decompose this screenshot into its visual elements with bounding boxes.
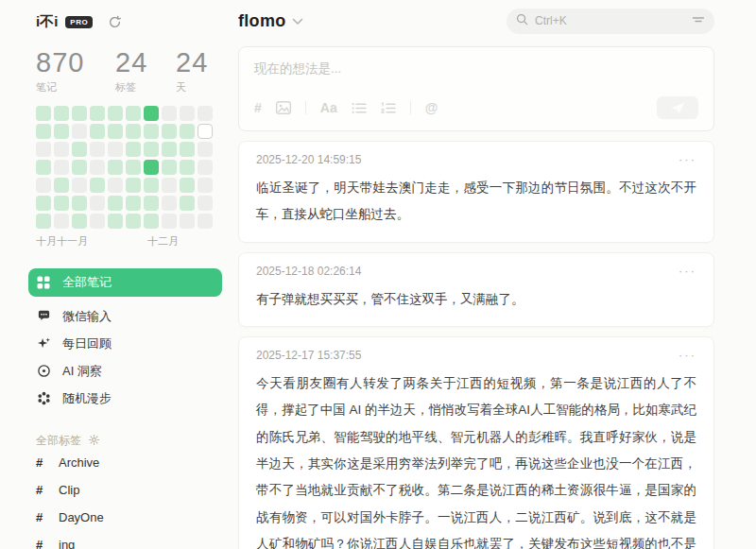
heatmap-cell[interactable]: [90, 124, 105, 139]
heatmap-cell[interactable]: [54, 178, 69, 193]
heatmap-cell[interactable]: [126, 106, 141, 121]
heatmap-cell[interactable]: [72, 142, 87, 157]
heatmap-cell[interactable]: [108, 214, 123, 229]
heatmap-cell[interactable]: [126, 160, 141, 175]
heatmap-cell[interactable]: [108, 160, 123, 175]
heatmap-cell[interactable]: [144, 160, 159, 175]
heatmap-cell[interactable]: [90, 160, 105, 175]
heatmap-cell[interactable]: [180, 106, 195, 121]
heatmap-cell[interactable]: [90, 106, 105, 121]
heatmap-cell[interactable]: [54, 142, 69, 157]
mention-tool-icon[interactable]: @: [425, 100, 438, 115]
sidebar-item-daily-review[interactable]: 每日回顾: [36, 330, 238, 357]
heatmap-cell[interactable]: [180, 124, 195, 139]
heatmap-cell[interactable]: [54, 196, 69, 211]
heatmap-cell[interactable]: [72, 178, 87, 193]
heatmap-cell[interactable]: [108, 178, 123, 193]
text-format-tool-icon[interactable]: Aa: [320, 100, 337, 115]
heatmap-cell[interactable]: [36, 142, 51, 157]
tag-item-dayone[interactable]: # DayOne: [36, 504, 238, 531]
heatmap-cell[interactable]: [144, 142, 159, 157]
heatmap-cell[interactable]: [144, 196, 159, 211]
heatmap-cell[interactable]: [72, 124, 87, 139]
heatmap-cell[interactable]: [36, 124, 51, 139]
heatmap-cell[interactable]: [198, 106, 213, 121]
heatmap-cell[interactable]: [36, 178, 51, 193]
heatmap-cell[interactable]: [126, 178, 141, 193]
heatmap-cell[interactable]: [144, 178, 159, 193]
heatmap-cell[interactable]: [54, 106, 69, 121]
heatmap-cell[interactable]: [198, 160, 213, 175]
heatmap-cell[interactable]: [162, 214, 177, 229]
heatmap-cell[interactable]: [126, 196, 141, 211]
heatmap-cell[interactable]: [108, 124, 123, 139]
heatmap-cell[interactable]: [198, 214, 213, 229]
tag-item-clip[interactable]: # Clip: [36, 476, 238, 504]
heatmap-cell[interactable]: [54, 124, 69, 139]
heatmap-cell[interactable]: [90, 142, 105, 157]
heatmap-cell[interactable]: [144, 124, 159, 139]
heatmap-cell[interactable]: [162, 142, 177, 157]
heatmap-cell[interactable]: [198, 124, 213, 139]
heatmap-cell[interactable]: [162, 196, 177, 211]
sidebar-item-ai-insight[interactable]: AI 洞察: [36, 357, 238, 385]
tag-item-ing[interactable]: # ing: [36, 531, 238, 549]
ordered-list-tool-icon[interactable]: [381, 102, 396, 114]
filter-icon[interactable]: [692, 12, 705, 29]
username[interactable]: i不i: [36, 13, 58, 31]
search-input[interactable]: [535, 14, 685, 27]
heatmap-cell[interactable]: [108, 196, 123, 211]
sidebar-item-wechat-input[interactable]: 微信输入: [36, 302, 238, 330]
heatmap-cell[interactable]: [180, 214, 195, 229]
bulleted-list-tool-icon[interactable]: [352, 102, 367, 114]
heatmap-cell[interactable]: [144, 214, 159, 229]
heatmap-cell[interactable]: [108, 142, 123, 157]
heatmap-cell[interactable]: [198, 142, 213, 157]
heatmap-cell[interactable]: [162, 106, 177, 121]
heatmap-cell[interactable]: [72, 160, 87, 175]
tag-item-archive[interactable]: # Archive: [36, 449, 238, 476]
heatmap-cell[interactable]: [180, 196, 195, 211]
hash-tool-icon[interactable]: #: [254, 100, 262, 115]
sync-refresh-icon[interactable]: [108, 15, 122, 29]
heatmap-cell[interactable]: [180, 160, 195, 175]
heatmap-cell[interactable]: [90, 178, 105, 193]
note-card: 2025-12-20 14:59:15 ··· 临近圣诞了，明天带娃去澳门走走，…: [238, 141, 714, 243]
heatmap-cell[interactable]: [162, 160, 177, 175]
heatmap-cell[interactable]: [162, 178, 177, 193]
heatmap-cell[interactable]: [90, 214, 105, 229]
sidebar-item-random-walk[interactable]: 随机漫步: [36, 385, 238, 412]
heatmap-cell[interactable]: [36, 160, 51, 175]
heatmap-cell[interactable]: [162, 124, 177, 139]
heatmap-cell[interactable]: [72, 214, 87, 229]
heatmap-cell[interactable]: [198, 196, 213, 211]
note-input[interactable]: 现在的想法是...: [254, 60, 698, 77]
more-options-icon[interactable]: ···: [679, 156, 696, 163]
heatmap-cell[interactable]: [36, 196, 51, 211]
heatmap-cell[interactable]: [36, 214, 51, 229]
note-composer[interactable]: 现在的想法是... # Aa @: [238, 46, 714, 131]
heatmap-cell[interactable]: [180, 178, 195, 193]
heatmap-cell[interactable]: [54, 160, 69, 175]
more-options-icon[interactable]: ···: [679, 352, 696, 359]
heatmap-cell[interactable]: [36, 106, 51, 121]
heatmap-cell[interactable]: [198, 178, 213, 193]
heatmap-cell[interactable]: [126, 142, 141, 157]
heatmap-cell[interactable]: [72, 196, 87, 211]
heatmap-cell[interactable]: [108, 106, 123, 121]
heatmap-cell[interactable]: [54, 214, 69, 229]
heatmap-cell[interactable]: [126, 124, 141, 139]
heatmap-cell[interactable]: [144, 106, 159, 121]
logo-wrap[interactable]: flomo: [238, 11, 303, 31]
heatmap-cell[interactable]: [180, 142, 195, 157]
more-options-icon[interactable]: ···: [679, 267, 696, 275]
heatmap-cell[interactable]: [72, 106, 87, 121]
heatmap-cell[interactable]: [126, 214, 141, 229]
heatmap-cell[interactable]: [90, 196, 105, 211]
sidebar-item-all-notes[interactable]: 全部笔记: [28, 268, 222, 297]
tag-list: # Archive # Clip # DayOne # ing # Now: [36, 449, 238, 549]
send-button[interactable]: [657, 96, 698, 119]
search-bar[interactable]: [507, 9, 714, 34]
tags-settings-icon[interactable]: [89, 435, 99, 448]
image-tool-icon[interactable]: [276, 101, 291, 114]
